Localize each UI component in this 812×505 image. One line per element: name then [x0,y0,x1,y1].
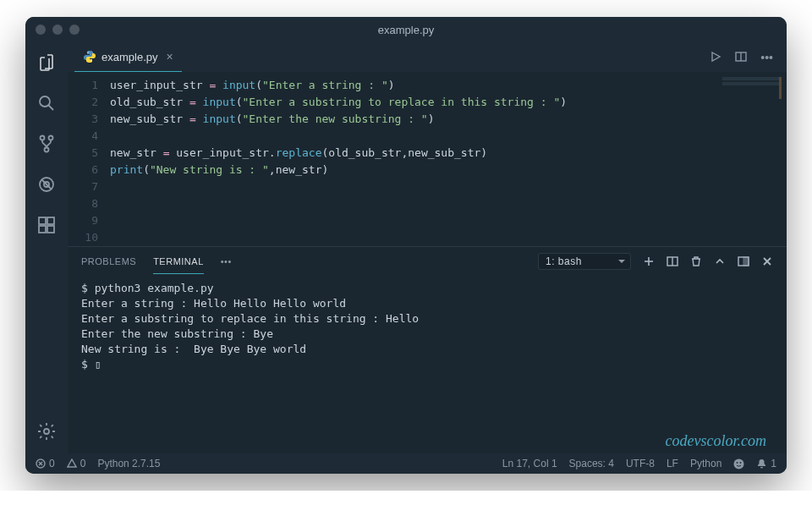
svg-point-29 [737,462,738,464]
debug-icon[interactable] [35,173,58,196]
code-line[interactable] [110,195,787,212]
kill-terminal-icon[interactable] [690,255,702,267]
status-cursor-position[interactable]: Ln 17, Col 1 [502,458,557,469]
svg-point-30 [740,462,742,464]
split-terminal-icon[interactable] [667,255,678,267]
line-number: 5 [68,145,98,162]
svg-line-6 [41,179,52,189]
close-tab-icon[interactable]: × [166,50,173,63]
code-line[interactable] [110,178,787,195]
panel-tab-problems[interactable]: PROBLEMS [81,250,136,273]
maximize-panel-icon[interactable] [738,255,749,267]
body: example.py × ••• 12345678910 user_input_… [25,42,787,453]
activity-bar [25,42,68,453]
line-number: 9 [68,212,98,229]
status-language[interactable]: Python [690,458,721,469]
code-content[interactable]: user_input_str = input("Enter a string :… [110,77,787,246]
minimap[interactable] [722,77,782,99]
close-panel-icon[interactable] [761,255,773,267]
status-eol[interactable]: LF [667,458,678,469]
panel-more-icon[interactable]: ••• [221,256,232,266]
status-encoding[interactable]: UTF-8 [626,458,655,469]
svg-point-0 [40,96,50,107]
more-actions-icon[interactable]: ••• [760,51,773,64]
traffic-lights [36,25,80,35]
svg-rect-10 [39,226,46,233]
chevron-up-icon[interactable] [714,255,726,267]
source-control-icon[interactable] [35,132,58,156]
status-indentation[interactable]: Spaces: 4 [569,458,614,469]
status-notifications[interactable]: 1 [756,458,776,469]
svg-point-28 [734,458,744,469]
code-line[interactable] [110,229,787,246]
svg-point-3 [49,136,53,140]
svg-rect-8 [39,217,46,224]
status-errors[interactable]: 0 [36,458,55,469]
code-line[interactable]: new_sub_str = input("Enter the new subst… [110,111,787,128]
main-area: example.py × ••• 12345678910 user_input_… [68,42,787,453]
terminal-output[interactable]: $ python3 example.py Enter a string : He… [68,276,787,453]
extensions-icon[interactable] [35,213,58,237]
line-number: 6 [68,162,98,178]
code-line[interactable]: old_sub_str = input("Enter a substring t… [110,94,787,111]
vscode-window: example.py [25,17,787,474]
line-number: 4 [68,128,98,145]
tab-label: example.py [102,51,157,63]
bottom-panel: PROBLEMS TERMINAL ••• 1: bash [68,246,787,453]
line-number: 3 [68,111,98,128]
line-number: 1 [68,77,98,94]
status-python-version[interactable]: Python 2.7.15 [97,458,160,469]
line-number: 10 [68,229,98,246]
split-editor-icon[interactable] [735,51,747,64]
code-line[interactable]: user_input_str = input("Enter a string :… [110,77,787,94]
run-icon[interactable] [710,51,721,64]
terminal-selector[interactable]: 1: bash [538,253,631,270]
panel-actions: 1: bash [538,253,773,270]
window-title: example.py [378,24,434,36]
svg-point-2 [41,136,45,140]
svg-point-14 [91,60,91,61]
watermark: codevscolor.com [666,432,766,450]
svg-point-12 [44,429,49,434]
svg-point-13 [87,52,88,52]
code-line[interactable]: new_str = user_input_str.replace(old_sub… [110,145,787,162]
code-editor[interactable]: 12345678910 user_input_str = input("Ente… [68,72,787,246]
new-terminal-icon[interactable] [643,255,655,267]
line-number: 8 [68,195,98,212]
python-file-icon [83,50,96,63]
svg-line-1 [49,106,54,111]
svg-rect-9 [47,217,54,224]
settings-gear-icon[interactable] [35,420,58,443]
minimize-window-button[interactable] [52,25,63,35]
line-number: 7 [68,178,98,195]
line-numbers: 12345678910 [68,77,110,246]
line-number: 2 [68,94,98,111]
code-line[interactable] [110,128,787,145]
close-window-button[interactable] [36,25,46,35]
panel-tab-terminal[interactable]: TERMINAL [153,250,204,274]
status-bar: 0 0 Python 2.7.15 Ln 17, Col 1 Spaces: 4… [25,453,787,474]
editor-tabs: example.py × ••• [68,42,787,72]
search-icon[interactable] [35,91,58,115]
svg-rect-11 [47,226,54,233]
panel-tabs: PROBLEMS TERMINAL ••• 1: bash [68,247,787,276]
tab-example-py[interactable]: example.py × [74,42,182,72]
code-line[interactable] [110,212,787,229]
code-line[interactable]: print("New string is : ",new_str) [110,162,787,178]
maximize-window-button[interactable] [69,25,80,35]
status-warnings[interactable]: 0 [67,458,86,469]
svg-rect-22 [743,257,749,266]
titlebar: example.py [25,17,787,42]
editor-actions: ••• [710,51,787,64]
explorer-icon[interactable] [35,51,58,74]
svg-point-4 [45,148,49,152]
status-feedback-icon[interactable] [733,458,744,469]
